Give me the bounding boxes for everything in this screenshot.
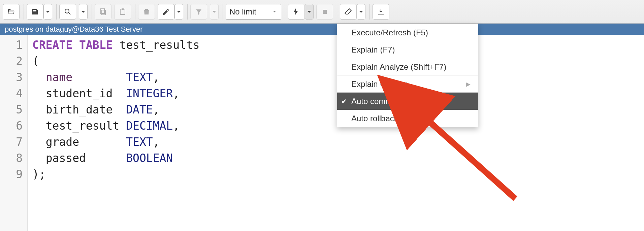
line-number: 1 <box>0 37 23 53</box>
menu-item-label: Auto commit? <box>351 97 401 106</box>
line-number: 4 <box>0 86 23 102</box>
clear-dropdown-button[interactable] <box>357 4 365 20</box>
toolbar: No limit <box>0 0 644 24</box>
delete-button[interactable] <box>138 4 155 20</box>
open-folder-icon <box>7 8 15 16</box>
code-line[interactable]: CREATE TABLE test_results <box>32 37 200 53</box>
caret-down-icon <box>271 9 278 15</box>
connection-status-bar: postgres on dataguy@Data36 Test Server <box>0 24 644 35</box>
clear-button[interactable] <box>340 4 357 20</box>
rows-limit-select[interactable]: No limit <box>226 4 281 20</box>
menu-item[interactable]: Explain Analyze (Shift+F7) <box>337 58 478 75</box>
download-button[interactable] <box>373 4 389 20</box>
find-button[interactable] <box>59 4 76 20</box>
stop-icon <box>321 8 329 16</box>
edit-dropdown-button[interactable] <box>174 4 183 20</box>
menu-item[interactable]: Explain Options▶ <box>337 75 478 93</box>
code-line[interactable]: student_id INTEGER, <box>32 86 200 102</box>
download-icon <box>377 8 385 16</box>
eraser-icon <box>344 8 352 16</box>
svg-rect-4 <box>122 8 124 10</box>
line-number: 2 <box>0 53 23 69</box>
menu-item-label: Explain (F7) <box>351 45 395 55</box>
svg-rect-1 <box>101 9 104 13</box>
menu-item-label: Auto rollback? <box>351 114 402 123</box>
save-dropdown-button[interactable] <box>43 4 52 20</box>
menu-item-label: Explain Options <box>351 79 408 89</box>
code-line[interactable]: birth_date DATE, <box>32 102 200 118</box>
check-icon: ✔ <box>341 97 347 105</box>
code-line[interactable]: grade TEXT, <box>32 134 200 150</box>
save-button[interactable] <box>27 4 43 20</box>
caret-down-icon <box>175 8 183 16</box>
execute-dropdown-button[interactable] <box>305 4 314 20</box>
search-icon <box>64 8 72 16</box>
line-number: 5 <box>0 102 23 118</box>
filter-icon <box>195 8 203 16</box>
floppy-save-icon <box>31 8 39 16</box>
copy-icon <box>99 8 107 16</box>
caret-down-icon <box>210 8 218 16</box>
svg-rect-2 <box>102 10 105 15</box>
menu-item[interactable]: Explain (F7) <box>337 41 478 58</box>
filter-dropdown-button[interactable] <box>210 4 219 20</box>
chevron-right-icon: ▶ <box>466 80 471 88</box>
sql-editor[interactable]: 123456789 CREATE TABLE test_results( nam… <box>0 35 644 231</box>
paste-button[interactable] <box>114 4 131 20</box>
execute-menu: Execute/Refresh (F5)Explain (F7)Explain … <box>337 24 478 127</box>
find-dropdown-button[interactable] <box>79 4 88 20</box>
filter-button[interactable] <box>190 4 207 20</box>
edit-button[interactable] <box>158 4 174 20</box>
caret-down-icon <box>44 8 52 16</box>
code-line[interactable]: ); <box>32 166 200 183</box>
caret-down-icon <box>357 8 365 16</box>
menu-item[interactable]: Auto rollback? <box>337 110 478 127</box>
caret-down-icon <box>305 8 313 16</box>
menu-item[interactable]: Execute/Refresh (F5) <box>337 24 478 41</box>
svg-point-0 <box>65 9 69 13</box>
code-area[interactable]: CREATE TABLE test_results( name TEXT, st… <box>28 35 200 231</box>
line-number: 7 <box>0 134 23 150</box>
paste-icon <box>119 8 127 16</box>
svg-rect-3 <box>120 9 125 14</box>
menu-item-label: Explain Analyze (Shift+F7) <box>351 62 446 72</box>
menu-item-label: Execute/Refresh (F5) <box>351 28 428 37</box>
code-line[interactable]: ( <box>32 53 200 69</box>
open-file-button[interactable] <box>3 4 20 20</box>
execute-button[interactable] <box>288 4 305 20</box>
pencil-edit-icon <box>162 8 170 16</box>
lightning-icon <box>292 8 300 16</box>
connection-text: postgres on dataguy@Data36 Test Server <box>5 25 143 34</box>
stop-button[interactable] <box>316 4 333 20</box>
code-line[interactable]: passed BOOLEAN <box>32 150 200 166</box>
rows-limit-label: No limit <box>229 7 256 16</box>
code-line[interactable]: name TEXT, <box>32 69 200 86</box>
caret-down-icon <box>79 8 87 16</box>
line-number: 8 <box>0 150 23 166</box>
line-number: 3 <box>0 69 23 86</box>
svg-rect-5 <box>323 10 327 14</box>
code-line[interactable]: test_result DECIMAL, <box>32 118 200 134</box>
line-number: 6 <box>0 118 23 134</box>
copy-button[interactable] <box>95 4 111 20</box>
menu-item[interactable]: ✔Auto commit? <box>337 93 478 110</box>
line-number: 9 <box>0 166 23 183</box>
trash-icon <box>142 8 151 16</box>
line-number-gutter: 123456789 <box>0 35 28 231</box>
